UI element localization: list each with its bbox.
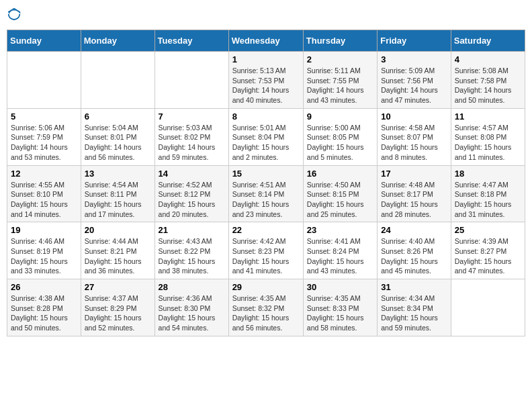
day-cell: 17Sunrise: 4:48 AMSunset: 8:17 PMDayligh… xyxy=(378,165,451,222)
week-row-1: 1Sunrise: 5:13 AMSunset: 7:53 PMDaylight… xyxy=(7,52,525,109)
day-info: Sunrise: 4:44 AMSunset: 8:21 PMDaylight:… xyxy=(85,236,151,276)
week-row-5: 26Sunrise: 4:38 AMSunset: 8:28 PMDayligh… xyxy=(7,279,525,336)
header-cell-sunday: Sunday xyxy=(7,30,81,52)
day-number: 9 xyxy=(307,111,373,122)
day-number: 7 xyxy=(159,111,225,122)
day-cell: 5Sunrise: 5:06 AMSunset: 7:59 PMDaylight… xyxy=(7,108,81,165)
day-cell xyxy=(7,52,81,109)
day-cell: 2Sunrise: 5:11 AMSunset: 7:55 PMDaylight… xyxy=(303,52,377,109)
day-info: Sunrise: 4:46 AMSunset: 8:19 PMDaylight:… xyxy=(11,236,77,276)
day-info: Sunrise: 4:57 AMSunset: 8:08 PMDaylight:… xyxy=(455,123,521,163)
day-cell: 29Sunrise: 4:35 AMSunset: 8:32 PMDayligh… xyxy=(228,279,303,336)
page-header xyxy=(7,7,525,24)
day-info: Sunrise: 5:11 AMSunset: 7:55 PMDaylight:… xyxy=(307,66,373,105)
day-cell: 18Sunrise: 4:47 AMSunset: 8:18 PMDayligh… xyxy=(451,165,525,222)
day-cell: 26Sunrise: 4:38 AMSunset: 8:28 PMDayligh… xyxy=(7,279,81,336)
header-cell-monday: Monday xyxy=(81,30,154,52)
day-cell: 25Sunrise: 4:39 AMSunset: 8:27 PMDayligh… xyxy=(451,222,525,279)
day-number: 17 xyxy=(381,169,447,179)
header-cell-tuesday: Tuesday xyxy=(154,30,228,52)
day-number: 18 xyxy=(455,169,521,179)
day-cell xyxy=(451,279,525,336)
day-info: Sunrise: 5:08 AMSunset: 7:58 PMDaylight:… xyxy=(455,66,521,105)
day-cell: 27Sunrise: 4:37 AMSunset: 8:29 PMDayligh… xyxy=(81,279,154,336)
day-cell: 13Sunrise: 4:54 AMSunset: 8:11 PMDayligh… xyxy=(81,165,154,222)
day-info: Sunrise: 5:01 AMSunset: 8:04 PMDaylight:… xyxy=(232,123,300,163)
day-number: 12 xyxy=(11,169,77,179)
day-info: Sunrise: 4:43 AMSunset: 8:22 PMDaylight:… xyxy=(159,236,225,276)
day-info: Sunrise: 4:48 AMSunset: 8:17 PMDaylight:… xyxy=(381,180,447,220)
day-info: Sunrise: 4:58 AMSunset: 8:07 PMDaylight:… xyxy=(381,123,447,163)
day-info: Sunrise: 5:06 AMSunset: 7:59 PMDaylight:… xyxy=(11,123,77,163)
day-info: Sunrise: 5:04 AMSunset: 8:01 PMDaylight:… xyxy=(85,123,151,163)
day-cell: 15Sunrise: 4:51 AMSunset: 8:14 PMDayligh… xyxy=(228,165,303,222)
week-row-2: 5Sunrise: 5:06 AMSunset: 7:59 PMDaylight… xyxy=(7,108,525,165)
logo xyxy=(7,7,23,24)
day-info: Sunrise: 4:34 AMSunset: 8:34 PMDaylight:… xyxy=(381,293,447,333)
day-number: 29 xyxy=(232,282,300,292)
day-number: 6 xyxy=(85,111,151,122)
day-number: 27 xyxy=(85,282,151,292)
day-number: 24 xyxy=(381,225,447,235)
day-number: 5 xyxy=(11,111,77,122)
week-row-3: 12Sunrise: 4:55 AMSunset: 8:10 PMDayligh… xyxy=(7,165,525,222)
day-number: 15 xyxy=(232,169,300,179)
calendar-table: SundayMondayTuesdayWednesdayThursdayFrid… xyxy=(7,30,525,336)
day-cell: 9Sunrise: 5:00 AMSunset: 8:05 PMDaylight… xyxy=(303,108,377,165)
day-info: Sunrise: 4:47 AMSunset: 8:18 PMDaylight:… xyxy=(455,180,521,220)
header-row: SundayMondayTuesdayWednesdayThursdayFrid… xyxy=(7,30,525,52)
day-cell: 3Sunrise: 5:09 AMSunset: 7:56 PMDaylight… xyxy=(378,52,451,109)
day-cell: 28Sunrise: 4:36 AMSunset: 8:30 PMDayligh… xyxy=(154,279,228,336)
day-info: Sunrise: 4:42 AMSunset: 8:23 PMDaylight:… xyxy=(232,236,300,276)
day-info: Sunrise: 4:51 AMSunset: 8:14 PMDaylight:… xyxy=(232,180,300,220)
day-number: 30 xyxy=(307,282,373,292)
day-number: 4 xyxy=(455,54,521,64)
day-cell: 7Sunrise: 5:03 AMSunset: 8:02 PMDaylight… xyxy=(154,108,228,165)
day-number: 8 xyxy=(232,111,300,122)
day-cell: 16Sunrise: 4:50 AMSunset: 8:15 PMDayligh… xyxy=(303,165,377,222)
day-cell: 22Sunrise: 4:42 AMSunset: 8:23 PMDayligh… xyxy=(228,222,303,279)
day-cell: 14Sunrise: 4:52 AMSunset: 8:12 PMDayligh… xyxy=(154,165,228,222)
day-number: 14 xyxy=(159,169,225,179)
day-number: 16 xyxy=(307,169,373,179)
day-cell: 19Sunrise: 4:46 AMSunset: 8:19 PMDayligh… xyxy=(7,222,81,279)
day-info: Sunrise: 5:00 AMSunset: 8:05 PMDaylight:… xyxy=(307,123,373,163)
day-info: Sunrise: 5:09 AMSunset: 7:56 PMDaylight:… xyxy=(381,66,447,105)
day-info: Sunrise: 5:13 AMSunset: 7:53 PMDaylight:… xyxy=(232,66,300,105)
day-cell: 24Sunrise: 4:40 AMSunset: 8:26 PMDayligh… xyxy=(378,222,451,279)
day-info: Sunrise: 4:41 AMSunset: 8:24 PMDaylight:… xyxy=(307,236,373,276)
day-info: Sunrise: 4:40 AMSunset: 8:26 PMDaylight:… xyxy=(381,236,447,276)
day-info: Sunrise: 4:39 AMSunset: 8:27 PMDaylight:… xyxy=(455,236,521,276)
day-info: Sunrise: 4:35 AMSunset: 8:32 PMDaylight:… xyxy=(232,293,300,333)
day-cell: 11Sunrise: 4:57 AMSunset: 8:08 PMDayligh… xyxy=(451,108,525,165)
day-info: Sunrise: 4:52 AMSunset: 8:12 PMDaylight:… xyxy=(159,180,225,220)
day-number: 22 xyxy=(232,225,300,235)
day-cell: 31Sunrise: 4:34 AMSunset: 8:34 PMDayligh… xyxy=(378,279,451,336)
day-number: 31 xyxy=(381,282,447,292)
day-number: 20 xyxy=(85,225,151,235)
day-cell xyxy=(81,52,154,109)
day-cell: 8Sunrise: 5:01 AMSunset: 8:04 PMDaylight… xyxy=(228,108,303,165)
day-cell: 6Sunrise: 5:04 AMSunset: 8:01 PMDaylight… xyxy=(81,108,154,165)
day-number: 10 xyxy=(381,111,447,122)
header-cell-thursday: Thursday xyxy=(303,30,377,52)
day-cell: 10Sunrise: 4:58 AMSunset: 8:07 PMDayligh… xyxy=(378,108,451,165)
header-cell-saturday: Saturday xyxy=(451,30,525,52)
day-info: Sunrise: 4:55 AMSunset: 8:10 PMDaylight:… xyxy=(11,180,77,220)
day-cell xyxy=(154,52,228,109)
day-info: Sunrise: 4:35 AMSunset: 8:33 PMDaylight:… xyxy=(307,293,373,333)
day-cell: 30Sunrise: 4:35 AMSunset: 8:33 PMDayligh… xyxy=(303,279,377,336)
day-cell: 4Sunrise: 5:08 AMSunset: 7:58 PMDaylight… xyxy=(451,52,525,109)
logo-icon xyxy=(7,7,21,21)
day-cell: 23Sunrise: 4:41 AMSunset: 8:24 PMDayligh… xyxy=(303,222,377,279)
day-number: 23 xyxy=(307,225,373,235)
week-row-4: 19Sunrise: 4:46 AMSunset: 8:19 PMDayligh… xyxy=(7,222,525,279)
day-number: 28 xyxy=(159,282,225,292)
day-cell: 20Sunrise: 4:44 AMSunset: 8:21 PMDayligh… xyxy=(81,222,154,279)
day-cell: 21Sunrise: 4:43 AMSunset: 8:22 PMDayligh… xyxy=(154,222,228,279)
day-number: 1 xyxy=(232,54,300,64)
day-number: 19 xyxy=(11,225,77,235)
day-number: 2 xyxy=(307,54,373,64)
day-cell: 12Sunrise: 4:55 AMSunset: 8:10 PMDayligh… xyxy=(7,165,81,222)
day-info: Sunrise: 4:50 AMSunset: 8:15 PMDaylight:… xyxy=(307,180,373,220)
